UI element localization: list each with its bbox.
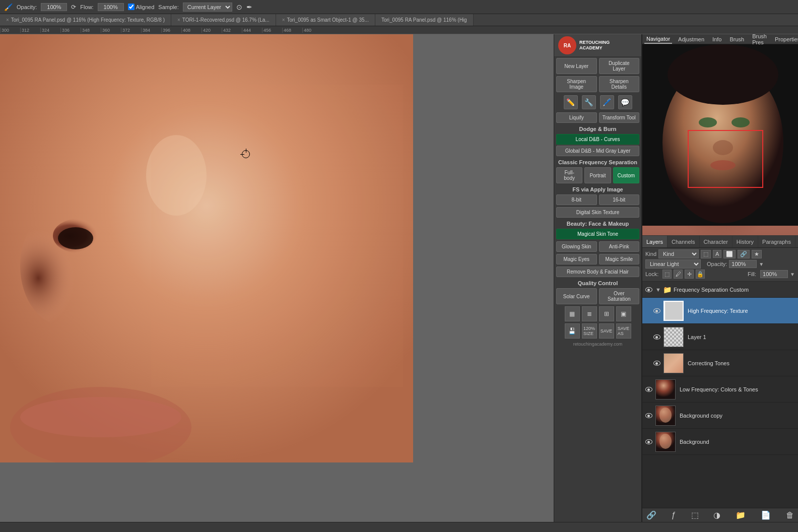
lock-position-btn[interactable]: ✛ — [685, 270, 694, 279]
layer-vis-bg[interactable] — [644, 437, 653, 446]
magic-eyes-button[interactable]: Magic Eyes — [556, 254, 597, 264]
remove-body-button[interactable]: Remove Body & Facial Hair — [556, 267, 639, 277]
glowing-skin-button[interactable]: Glowing Skin — [556, 241, 597, 252]
layer-item-correcting-tones[interactable]: Correcting Tones — [642, 350, 798, 376]
layers-tab-channels[interactable]: Channels — [668, 236, 699, 247]
layer-item-bg-copy[interactable]: Background copy — [642, 403, 798, 429]
layer-vis-bgcopy[interactable] — [644, 411, 653, 420]
clone-tool-icon[interactable]: 🔧 — [582, 95, 596, 109]
flow-input[interactable]: 100% — [98, 3, 124, 11]
ruler-tick: 468 — [282, 28, 302, 33]
save-as-icon[interactable]: SAVEAS — [616, 323, 631, 339]
link-layers-btn[interactable]: 🔗 — [646, 510, 656, 520]
local-db-button[interactable]: Local D&B - Curves — [556, 134, 639, 145]
kind-select[interactable]: Kind — [658, 249, 699, 258]
layers-tab-layers[interactable]: Layers — [642, 236, 668, 247]
layer-vis-ct[interactable] — [652, 359, 661, 368]
nav-tab-brush[interactable]: Brush — [727, 35, 746, 43]
layers-tab-paragraphs[interactable]: Paragraphs — [758, 236, 795, 247]
tab-0[interactable]: × Tori_0095 RA Panel.psd @ 116% (High Fr… — [0, 14, 171, 26]
opacity-arrow[interactable]: ▼ — [759, 261, 764, 267]
ruler-tick: 444 — [242, 28, 262, 33]
adjustment-layer-btn[interactable]: ◑ — [713, 510, 720, 520]
magical-skin-button[interactable]: Magical Skin Tone — [556, 229, 639, 239]
fill-value[interactable]: 100% — [760, 270, 788, 278]
full-body-button[interactable]: Full-body — [556, 167, 582, 183]
layer-item-bg[interactable]: Background — [642, 429, 798, 455]
nav-tab-adjustments[interactable]: Adjustmen — [676, 35, 706, 43]
filter-icon4[interactable]: 🔗 — [738, 250, 750, 258]
heal-tool-icon[interactable]: 🖊️ — [600, 95, 614, 109]
eye-icon-group — [645, 287, 652, 292]
group-arrow[interactable]: ▼ — [655, 287, 661, 293]
crop-icon[interactable]: ⊞ — [599, 306, 614, 321]
filter-icon2[interactable]: A — [713, 250, 721, 258]
tab-1[interactable]: × TORI-1-Recovered.psd @ 16.7% (La... — [171, 14, 276, 26]
8bit-button[interactable]: 8-bit — [556, 194, 597, 205]
filter-icon1[interactable]: ⬚ — [701, 250, 711, 258]
tab-2-close[interactable]: × — [282, 17, 285, 23]
layers-tab-paths[interactable]: Paths — [795, 236, 798, 247]
magic-smile-button[interactable]: Magic Smile — [599, 254, 640, 264]
new-layer-button[interactable]: New Layer — [556, 58, 597, 74]
filter-icon3[interactable]: ⬜ — [723, 250, 736, 258]
histogram-icon[interactable]: ▦ — [565, 306, 580, 321]
nav-tab-info[interactable]: Info — [710, 35, 723, 43]
custom-button[interactable]: Custom — [613, 167, 639, 183]
save-icon[interactable]: 💾 — [565, 323, 580, 339]
sample-select[interactable]: Current Layer — [183, 3, 232, 12]
fill-arrow[interactable]: ▼ — [790, 272, 795, 277]
nav-tab-properties[interactable]: Properties — [773, 35, 798, 43]
layer-vis-hf[interactable] — [652, 306, 661, 315]
transform-tool-button[interactable]: Transform Tool — [599, 112, 640, 123]
lock-all-btn[interactable]: 🔒 — [696, 270, 705, 279]
sharpen-details-button[interactable]: Sharpen Details — [599, 76, 640, 92]
digital-skin-button[interactable]: Digital Skin Texture — [556, 207, 639, 218]
lock-image-btn[interactable]: 🖊 — [674, 270, 683, 279]
filter-icon5[interactable]: ★ — [752, 250, 762, 258]
tab-3[interactable]: Tori_0095 RA Panel.psd @ 116% (Hig — [375, 14, 474, 26]
save-web-icon[interactable]: SAVE — [599, 323, 614, 339]
layer-item-lf-colors[interactable]: Low Frequency: Colors & Tones — [642, 376, 798, 403]
blend-opacity-row: Linear Light Opacity: 100% ▼ — [645, 259, 795, 269]
anti-pink-button[interactable]: Anti-Pink — [599, 241, 640, 252]
layer-vis-l1[interactable] — [652, 332, 661, 342]
opacity-value[interactable]: 100% — [729, 260, 757, 268]
opacity-input[interactable]: 100% — [41, 3, 67, 11]
patch-tool-icon[interactable]: 💬 — [618, 95, 632, 109]
layer-style-btn[interactable]: ƒ — [672, 511, 676, 520]
size-icon[interactable]: 120%SIZE — [582, 323, 597, 339]
liquify-button[interactable]: Liquify — [556, 112, 597, 123]
layer-vis-lf[interactable] — [644, 385, 653, 394]
layer-item-hf-texture[interactable]: High Frequency: Texture — [642, 298, 798, 324]
delete-layer-btn[interactable]: 🗑 — [786, 511, 794, 520]
new-layer-btn[interactable]: 📄 — [761, 510, 771, 520]
duplicate-layer-button[interactable]: Duplicate Layer — [599, 58, 640, 74]
layer-vis-group[interactable] — [644, 285, 653, 294]
brush-tool-icon[interactable]: ✏️ — [564, 95, 578, 109]
tab-2[interactable]: × Tori_0095 as Smart Object-1 @ 35... — [276, 14, 375, 26]
over-saturation-button[interactable]: Over Saturation — [599, 288, 640, 304]
layer-item-layer1[interactable]: Layer 1 — [642, 324, 798, 350]
blend-mode-select[interactable]: Linear Light — [645, 259, 701, 269]
navigator-panel: Navigator Adjustmen Info Brush Brush Pre… — [642, 34, 798, 236]
layer-mask-btn[interactable]: ⬚ — [691, 510, 699, 520]
global-db-button[interactable]: Global D&B - Mid Gray Layer — [556, 146, 639, 156]
aligned-checkbox[interactable] — [128, 4, 135, 10]
screen-icon[interactable]: ▣ — [616, 306, 631, 321]
tab-1-close[interactable]: × — [177, 17, 180, 23]
portrait-button[interactable]: Portrait — [584, 167, 611, 183]
layers-tab-character[interactable]: Character — [700, 236, 733, 247]
navigator-image[interactable] — [642, 44, 798, 236]
solar-curve-button[interactable]: Solar Curve — [556, 288, 597, 304]
sharpen-image-button[interactable]: Sharpen Image — [556, 76, 597, 92]
layers-tab-history[interactable]: History — [733, 236, 758, 247]
16bit-button[interactable]: 16-bit — [599, 194, 640, 205]
layer-group-fs-custom[interactable]: ▼ 📁 Frequency Separation Custom — [642, 282, 798, 298]
nav-tab-navigator[interactable]: Navigator — [644, 35, 672, 44]
group-layers-btn[interactable]: 📁 — [736, 510, 746, 520]
tab-0-close[interactable]: × — [6, 17, 9, 23]
canvas-area[interactable] — [0, 34, 554, 522]
compare-icon[interactable]: ≣ — [582, 306, 597, 321]
lock-transparent-btn[interactable]: ⬚ — [662, 270, 672, 279]
